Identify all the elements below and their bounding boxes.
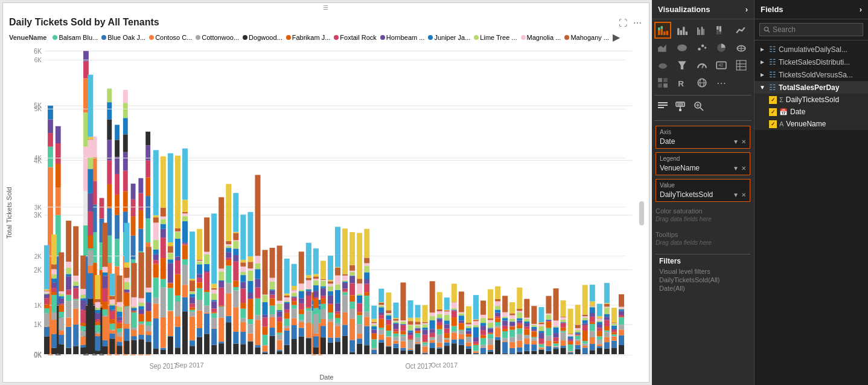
table-viz-icon[interactable] — [733, 57, 750, 74]
bar-chart-icon[interactable] — [674, 22, 691, 39]
expand-arrow-2: ► — [759, 71, 765, 78]
legend-dot-0 — [53, 35, 57, 40]
paint-roller-icon[interactable] — [675, 100, 687, 115]
legend-value: VenueName — [660, 164, 700, 172]
legend-dot-6 — [334, 35, 339, 40]
funnel-icon[interactable] — [674, 57, 691, 74]
svg-point-121 — [678, 44, 688, 51]
filled-map-icon[interactable] — [654, 57, 671, 74]
search-box[interactable] — [759, 23, 863, 36]
legend-more-arrow[interactable]: ▶ — [613, 31, 620, 43]
pie-chart-icon[interactable] — [713, 39, 730, 56]
fields-search — [755, 19, 868, 40]
viz-panel: Visualizations › — [652, 0, 755, 385]
filter-1: DailyTicketsSold(All) — [659, 276, 747, 283]
matrix-icon[interactable] — [654, 74, 671, 91]
svg-text:R: R — [678, 79, 685, 88]
card-icon[interactable]: 42 — [713, 57, 730, 74]
map-icon[interactable] — [733, 39, 750, 56]
globe-icon[interactable] — [694, 74, 710, 91]
viz-panel-chevron[interactable]: › — [745, 5, 748, 14]
scatter-chart-icon[interactable] — [694, 39, 710, 56]
table-item-0[interactable]: ► ☷ CumulativeDailySal... — [755, 43, 868, 56]
table-name-0: CumulativeDailySal... — [779, 45, 847, 54]
svg-point-157 — [764, 27, 768, 31]
x-axis-label: Date — [15, 372, 638, 382]
value-value: DailyTicketsSold — [660, 190, 713, 199]
svg-rect-110 — [683, 27, 685, 35]
svg-text:42: 42 — [719, 63, 724, 67]
legend-dot-10 — [521, 35, 526, 40]
svg-rect-152 — [679, 109, 681, 111]
tooltips-section: Tooltips Drag data fields here — [656, 229, 750, 249]
stacked-bar-icon[interactable] — [654, 22, 671, 39]
value-chevron-icon[interactable]: ▼ — [733, 192, 739, 198]
table-name-2: TicketsSoldVersusSa... — [779, 71, 853, 79]
legend-label-6: Foxtail Rock — [340, 34, 377, 41]
drag-hint-1: Drag data fields here — [656, 215, 750, 224]
legend-label-5: Fabrikam J... — [292, 34, 331, 41]
table-name-3: TotalSalesPerDay — [779, 83, 840, 92]
legend-item-7: Hornbeam ... — [380, 34, 425, 41]
axis-close-icon[interactable]: ✕ — [741, 138, 746, 145]
right-panels: Visualizations › — [652, 0, 868, 385]
drag-hint-2: Drag data fields here — [656, 238, 750, 247]
viz-format-icons — [652, 97, 754, 119]
expand-icon[interactable]: ⛶ — [617, 17, 628, 29]
legend-close-icon[interactable]: ✕ — [741, 165, 746, 172]
fields-panel: Fields › ► ☷ Cumulative — [755, 0, 868, 385]
svg-rect-119 — [720, 26, 721, 31]
viz-fields-section: Axis Date ▼ ✕ Legend VenueName — [652, 122, 754, 385]
table-item-1[interactable]: ► ☷ TicketSalesDistributi... — [755, 56, 868, 68]
value-close-icon[interactable]: ✕ — [741, 192, 746, 198]
chart-title: Daily Tickets Sold by All Tenants — [9, 17, 159, 28]
area-chart-icon[interactable] — [654, 39, 671, 56]
svg-rect-115 — [703, 29, 704, 35]
expand-arrow-3: ▼ — [759, 84, 765, 91]
legend-chevron-icon[interactable]: ▼ — [733, 165, 739, 172]
drag-handle[interactable]: ☰ — [3, 3, 649, 12]
line-chart-icon[interactable] — [733, 22, 750, 39]
sub-item-0[interactable]: ✓ Σ DailyTicketsSold — [755, 94, 868, 106]
svg-rect-147 — [658, 105, 668, 106]
legend-label-9: Lime Tree ... — [480, 34, 517, 41]
analytics-magnify-icon[interactable] — [693, 100, 705, 115]
ellipsis-icon[interactable]: ⋯ — [632, 17, 643, 29]
text-icon: A — [779, 120, 783, 128]
table-icon-1: ☷ — [769, 57, 776, 66]
table-item-3[interactable]: ▼ ☷ TotalSalesPerDay — [755, 81, 868, 94]
color-saturation-label: Color saturation — [656, 207, 750, 215]
fields-panel-chevron[interactable]: › — [860, 5, 862, 14]
clustered-bar-icon[interactable] — [694, 22, 710, 39]
more-visuals-icon[interactable]: ⋯ — [713, 74, 730, 91]
svg-rect-111 — [686, 31, 688, 35]
legend-item-11: Mahogany ... — [564, 34, 609, 41]
sub-item-2[interactable]: ✓ A VenueName — [755, 118, 868, 130]
svg-rect-109 — [680, 30, 682, 35]
svg-rect-117 — [716, 26, 718, 30]
viz-panel-title: Visualizations — [658, 5, 710, 14]
svg-point-123 — [701, 44, 704, 47]
sub-item-1[interactable]: ✓ 📅 Date — [755, 106, 868, 118]
value-field-box: Value DailyTicketsSold ▼ ✕ — [656, 179, 750, 202]
chart-toolbar: ⛶ ⋯ — [617, 17, 643, 29]
table-item-2[interactable]: ► ☷ TicketsSoldVersusSa... — [755, 68, 868, 81]
axis-chevron-icon[interactable]: ▼ — [733, 138, 739, 145]
search-input[interactable] — [773, 25, 859, 34]
svg-rect-139 — [663, 78, 668, 82]
fields-format-icon[interactable] — [657, 100, 669, 115]
vertical-scrollbar[interactable] — [638, 44, 644, 382]
y-axis-label: Total Tickets Sold — [3, 44, 15, 382]
filter-2: Date(All) — [659, 285, 747, 292]
legend-item-9: Lime Tree ... — [474, 34, 517, 41]
svg-rect-140 — [658, 83, 662, 88]
legend-item-10: Magnolia ... — [521, 34, 561, 41]
100percent-bar-icon[interactable] — [713, 22, 730, 39]
legend-dot-9 — [474, 35, 479, 40]
r-visual-icon[interactable]: R — [674, 74, 691, 91]
legend-key: VenueName — [9, 34, 46, 41]
search-icon — [764, 26, 770, 33]
gauge-icon[interactable] — [694, 57, 710, 74]
axis-label: Axis — [660, 129, 746, 135]
ribbon-chart-icon[interactable] — [674, 39, 691, 56]
